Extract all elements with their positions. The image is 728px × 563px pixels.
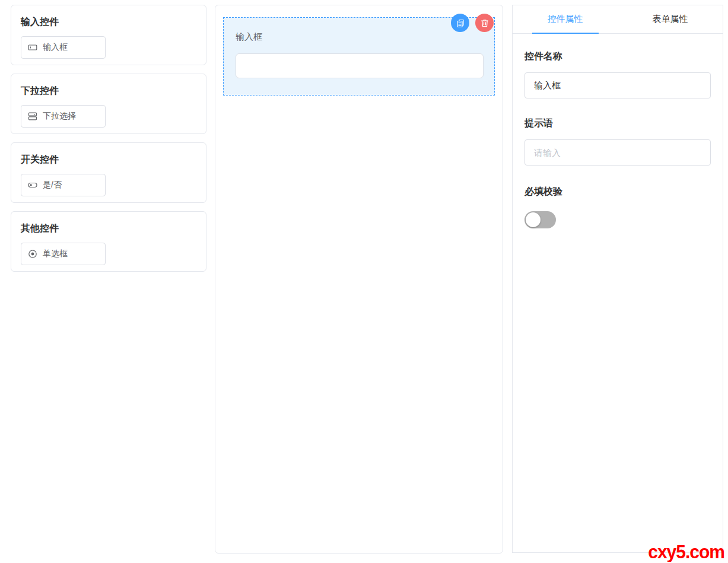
required-toggle[interactable]	[524, 211, 556, 228]
palette-item-radio[interactable]: 单选框	[21, 243, 106, 265]
palette-item-label: 单选框	[43, 249, 68, 259]
form-canvas[interactable]: 输入框	[215, 5, 503, 554]
control-palette: 输入控件 输入框 下拉控件 下拉选择 开关控件	[11, 5, 206, 280]
palette-item-yes-no[interactable]: 是/否	[21, 174, 106, 196]
toggle-knob	[526, 212, 541, 227]
palette-group-title: 输入控件	[21, 16, 196, 28]
trash-icon	[480, 18, 489, 28]
properties-panel: 控件属性 表单属性 控件名称 提示语 必填校验	[512, 5, 723, 553]
switch-icon	[28, 180, 37, 190]
palette-item-label: 是/否	[43, 180, 62, 190]
widget-label: 输入框	[236, 31, 484, 43]
required-validation-label: 必填校验	[524, 186, 711, 198]
control-name-label: 控件名称	[524, 50, 711, 63]
select-icon	[28, 112, 37, 121]
placeholder-label: 提示语	[524, 117, 711, 130]
input-box-icon	[28, 43, 37, 52]
properties-tabs: 控件属性 表单属性	[513, 5, 723, 34]
palette-item-label: 下拉选择	[43, 111, 76, 122]
properties-body: 控件名称 提示语 必填校验	[513, 34, 723, 228]
palette-group-other: 其他控件 单选框	[11, 211, 206, 272]
palette-item-label: 输入框	[43, 42, 68, 53]
palette-item-select[interactable]: 下拉选择	[21, 105, 106, 128]
copy-icon	[456, 18, 465, 28]
watermark: cxy5.com	[648, 541, 724, 562]
palette-group-select: 下拉控件 下拉选择	[11, 74, 206, 134]
tab-control-properties[interactable]: 控件属性	[513, 5, 618, 33]
palette-group-title: 其他控件	[21, 222, 196, 235]
palette-group-switch: 开关控件 是/否	[11, 142, 206, 203]
palette-group-input: 输入控件 输入框	[11, 5, 206, 65]
palette-group-title: 开关控件	[21, 154, 196, 166]
canvas-widget-input-box[interactable]: 输入框	[223, 17, 495, 96]
copy-widget-button[interactable]	[451, 14, 469, 32]
radio-icon	[28, 249, 37, 259]
palette-group-title: 下拉控件	[21, 85, 196, 97]
tab-form-properties[interactable]: 表单属性	[618, 5, 723, 33]
delete-widget-button[interactable]	[475, 14, 494, 32]
placeholder-input[interactable]	[524, 139, 711, 166]
palette-item-input-box[interactable]: 输入框	[21, 36, 106, 59]
widget-input-field[interactable]	[236, 53, 484, 78]
widget-actions	[451, 14, 494, 32]
active-tab-indicator	[532, 33, 599, 34]
control-name-input[interactable]	[524, 72, 711, 98]
